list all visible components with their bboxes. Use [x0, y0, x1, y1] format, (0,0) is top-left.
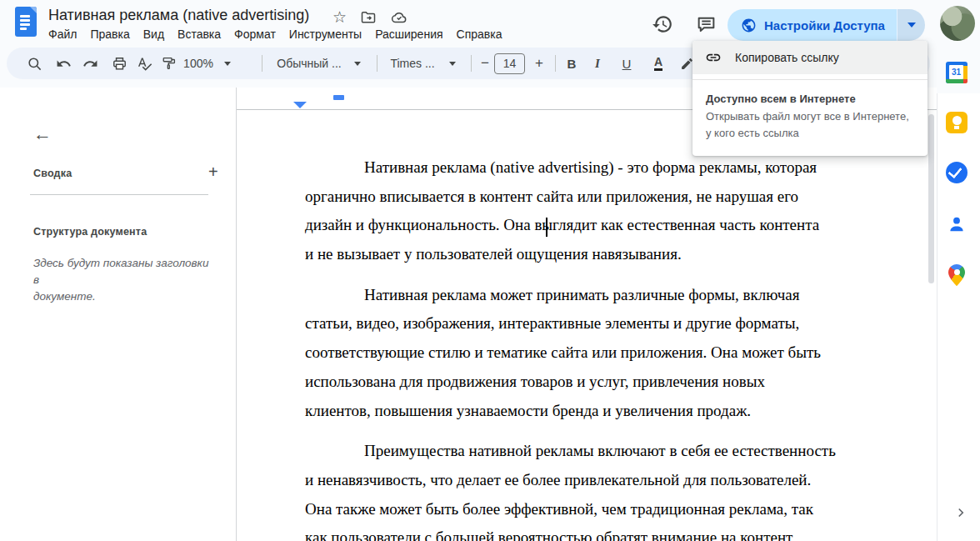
text-color-button[interactable]: A: [649, 48, 668, 79]
panel-divider: [236, 88, 237, 541]
text-line: использована для продвижения товаров и у…: [305, 368, 905, 397]
toolbar-divider: [555, 55, 556, 72]
calendar-icon[interactable]: 31: [946, 62, 968, 83]
maps-icon[interactable]: [948, 264, 965, 286]
outline-divider: [30, 194, 208, 195]
outline-empty-hint-line: Здесь будут показаны заголовки в: [33, 255, 217, 288]
document-structure-label: Структура документа: [33, 226, 147, 238]
redo-icon[interactable]: [79, 48, 101, 79]
access-status: Доступно всем в Интернете: [706, 93, 856, 105]
chevron-down-icon: [908, 23, 916, 28]
text-line: Она также может быть более эффективной, …: [305, 495, 905, 524]
toolbar-divider: [377, 55, 378, 72]
docs-logo-line: [20, 19, 30, 22]
tasks-icon[interactable]: [946, 162, 968, 183]
menu-item[interactable]: Справка: [450, 26, 509, 44]
document-text[interactable]: Нативная реклама (native advertising) - …: [305, 153, 905, 541]
zoom-dropdown-arrow[interactable]: [222, 48, 233, 79]
zoom-value: 100%: [183, 57, 213, 70]
document-title[interactable]: Нативная реклама (native advertising): [48, 7, 309, 24]
font-dropdown-arrow[interactable]: [447, 48, 458, 79]
text-line: статьи, видео, изображения, интерактивны…: [305, 309, 905, 338]
toolbar-divider: [262, 55, 262, 72]
undo-icon[interactable]: [52, 48, 74, 79]
text-line: Нативная реклама (native advertising) - …: [305, 153, 905, 183]
menu-item[interactable]: Вставка: [171, 26, 228, 44]
menu-divider: [692, 79, 928, 80]
zoom-select[interactable]: 100%: [180, 48, 217, 79]
vertical-scrollbar[interactable]: [928, 114, 934, 283]
bold-button[interactable]: B: [563, 48, 580, 79]
underline-button[interactable]: U: [618, 48, 635, 79]
chevron-down-icon: [354, 62, 361, 66]
text-line: клиентов, повышения узнаваемости бренда …: [305, 397, 905, 426]
link-icon: [705, 49, 722, 66]
share-dropdown-menu: Копировать ссылку Доступно всем в Интерн…: [692, 41, 928, 156]
paragraph: Преимущества нативной рекламы включают в…: [305, 437, 905, 541]
menu-bar: ФайлПравкаВидВставкаФорматИнструментыРас…: [42, 26, 508, 44]
print-icon[interactable]: [108, 48, 130, 79]
italic-button[interactable]: I: [589, 48, 606, 79]
spellcheck-icon[interactable]: [133, 48, 155, 79]
text-line: и не вызывает у пользователей ощущения н…: [305, 240, 905, 269]
text-color-glyph: A: [654, 56, 662, 71]
side-app-strip: 31: [937, 0, 980, 541]
share-dropdown-arrow[interactable]: [897, 9, 925, 41]
docs-logo-icon[interactable]: [13, 7, 38, 40]
outline-empty-hint: Здесь будут показаны заголовки в докумен…: [33, 255, 217, 305]
text-line: Преимущества нативной рекламы включают в…: [305, 437, 905, 466]
calendar-date: 31: [949, 65, 963, 79]
menu-item[interactable]: Вид: [137, 26, 171, 44]
access-detail: у кого есть ссылка: [706, 127, 799, 139]
close-outline-icon[interactable]: ←: [33, 125, 52, 143]
menu-item[interactable]: Расширения: [368, 26, 449, 44]
chevron-down-icon: [224, 62, 231, 66]
style-dropdown-arrow[interactable]: [352, 48, 363, 79]
cloud-saved-icon[interactable]: [390, 9, 408, 26]
paragraph-style-select[interactable]: Обычный ...: [275, 48, 343, 79]
font-size-input[interactable]: 14: [494, 53, 525, 74]
copy-link-menu-item[interactable]: Копировать ссылку: [692, 41, 928, 74]
paragraph: Нативная реклама (native advertising) - …: [305, 153, 905, 269]
docs-logo-line: [20, 28, 27, 30]
paragraph: Нативная реклама может принимать различн…: [305, 281, 905, 425]
search-icon[interactable]: [23, 48, 45, 79]
font-select[interactable]: Times ...: [387, 48, 438, 79]
increase-font-size-button[interactable]: +: [532, 48, 547, 79]
share-button[interactable]: Настройки Доступа: [728, 9, 925, 41]
left-indent-marker[interactable]: [293, 102, 307, 108]
comments-icon[interactable]: [696, 13, 718, 35]
contacts-icon[interactable]: [946, 213, 968, 235]
text-line: соответствующие стилю и тематике сайта и…: [305, 338, 905, 368]
add-summary-button[interactable]: +: [208, 163, 218, 182]
docs-logo-line: [20, 23, 30, 26]
star-icon[interactable]: ☆: [332, 8, 347, 27]
decrease-font-size-button[interactable]: −: [478, 48, 492, 79]
outline-panel: [0, 88, 236, 541]
share-button-label: Настройки Доступа: [764, 18, 885, 33]
copy-link-label: Копировать ссылку: [735, 51, 839, 64]
first-line-indent-marker[interactable]: [333, 95, 344, 100]
paragraph-style-value: Обычный ...: [277, 57, 341, 70]
keep-icon[interactable]: [946, 112, 968, 133]
toolbar-divider: [471, 55, 472, 72]
summary-label: Сводка: [33, 168, 72, 179]
text-line: Нативная реклама может принимать различн…: [305, 281, 905, 310]
text-line: органично вписывается в контент сайта ил…: [305, 183, 905, 212]
move-to-folder-icon[interactable]: [360, 9, 377, 26]
docs-logo-line: [20, 15, 30, 18]
outline-empty-hint-line: документе.: [33, 288, 217, 305]
menu-item[interactable]: Правка: [83, 26, 136, 44]
menu-item[interactable]: Формат: [228, 26, 282, 44]
share-button-main[interactable]: Настройки Доступа: [728, 9, 897, 41]
menu-item[interactable]: Файл: [42, 26, 83, 44]
chevron-down-icon: [449, 62, 456, 66]
paint-format-icon[interactable]: [158, 48, 180, 79]
text-line: как пользователи с большей вероятностью …: [305, 523, 905, 541]
google-docs-window: Нативная реклама (native advertising) ☆ …: [0, 0, 980, 541]
docs-logo-sheet: [15, 7, 37, 37]
menu-item[interactable]: Инструменты: [282, 26, 368, 44]
version-history-icon[interactable]: [652, 13, 673, 35]
text-line: и ненавязчивость, что делает ее более пр…: [305, 466, 905, 495]
hide-side-panel-chevron[interactable]: [953, 505, 968, 520]
